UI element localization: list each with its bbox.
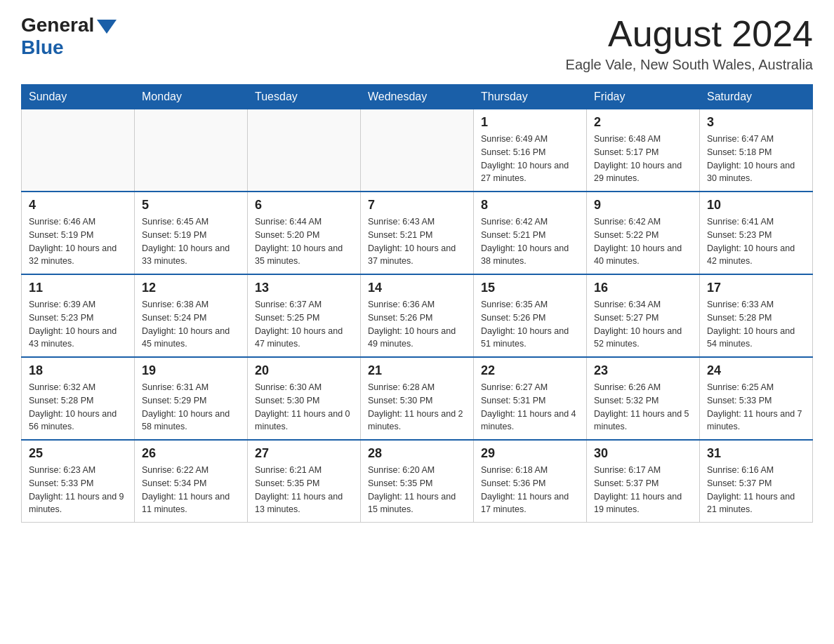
day-number: 17 [707,281,805,295]
day-number: 11 [29,281,127,295]
day-number: 24 [707,363,805,378]
calendar-cell: 5Sunrise: 6:45 AM Sunset: 5:19 PM Daylig… [135,192,248,274]
day-info: Sunrise: 6:30 AM Sunset: 5:30 PM Dayligh… [255,381,353,434]
calendar-cell: 31Sunrise: 6:16 AM Sunset: 5:37 PM Dayli… [700,440,813,523]
day-info: Sunrise: 6:20 AM Sunset: 5:35 PM Dayligh… [368,464,466,516]
calendar-cell: 27Sunrise: 6:21 AM Sunset: 5:35 PM Dayli… [248,440,361,523]
calendar-header: SundayMondayTuesdayWednesdayThursdayFrid… [22,85,813,109]
calendar-cell [22,109,135,192]
day-number: 7 [368,198,466,213]
calendar-cell: 12Sunrise: 6:38 AM Sunset: 5:24 PM Dayli… [135,274,248,357]
calendar-cell: 25Sunrise: 6:23 AM Sunset: 5:33 PM Dayli… [22,440,135,523]
calendar-cell: 14Sunrise: 6:36 AM Sunset: 5:26 PM Dayli… [361,274,474,357]
day-info: Sunrise: 6:38 AM Sunset: 5:24 PM Dayligh… [142,298,240,351]
calendar-cell: 15Sunrise: 6:35 AM Sunset: 5:26 PM Dayli… [474,274,587,357]
day-info: Sunrise: 6:33 AM Sunset: 5:28 PM Dayligh… [707,298,805,351]
day-number: 8 [481,198,579,213]
day-info: Sunrise: 6:27 AM Sunset: 5:31 PM Dayligh… [481,381,579,434]
day-number: 2 [594,115,692,130]
day-number: 16 [594,281,692,295]
day-number: 29 [481,446,579,461]
calendar-cell: 2Sunrise: 6:48 AM Sunset: 5:17 PM Daylig… [587,109,700,192]
weekday-header-tuesday: Tuesday [248,85,361,109]
day-info: Sunrise: 6:32 AM Sunset: 5:28 PM Dayligh… [29,381,127,434]
day-info: Sunrise: 6:28 AM Sunset: 5:30 PM Dayligh… [368,381,466,434]
page-header: General Blue August 2024 Eagle Vale, New… [21,14,813,73]
day-info: Sunrise: 6:46 AM Sunset: 5:19 PM Dayligh… [29,215,127,268]
calendar-cell: 18Sunrise: 6:32 AM Sunset: 5:28 PM Dayli… [22,357,135,440]
day-info: Sunrise: 6:41 AM Sunset: 5:23 PM Dayligh… [707,215,805,268]
day-info: Sunrise: 6:26 AM Sunset: 5:32 PM Dayligh… [594,381,692,434]
day-number: 5 [142,198,240,213]
calendar-week-1: 4Sunrise: 6:46 AM Sunset: 5:19 PM Daylig… [22,192,813,274]
calendar-cell: 30Sunrise: 6:17 AM Sunset: 5:37 PM Dayli… [587,440,700,523]
weekday-header-saturday: Saturday [700,85,813,109]
day-info: Sunrise: 6:42 AM Sunset: 5:22 PM Dayligh… [594,215,692,268]
calendar-cell: 16Sunrise: 6:34 AM Sunset: 5:27 PM Dayli… [587,274,700,357]
day-number: 12 [142,281,240,295]
calendar-cell: 24Sunrise: 6:25 AM Sunset: 5:33 PM Dayli… [700,357,813,440]
day-number: 27 [255,446,353,461]
logo-arrow-icon [97,20,117,34]
title-block: August 2024 Eagle Vale, New South Wales,… [566,14,813,73]
day-number: 10 [707,198,805,213]
day-number: 6 [255,198,353,213]
day-number: 30 [594,446,692,461]
calendar-cell [248,109,361,192]
day-info: Sunrise: 6:18 AM Sunset: 5:36 PM Dayligh… [481,464,579,516]
day-number: 22 [481,363,579,378]
calendar-cell: 7Sunrise: 6:43 AM Sunset: 5:21 PM Daylig… [361,192,474,274]
day-info: Sunrise: 6:49 AM Sunset: 5:16 PM Dayligh… [481,133,579,185]
day-number: 3 [707,115,805,130]
calendar-week-2: 11Sunrise: 6:39 AM Sunset: 5:23 PM Dayli… [22,274,813,357]
day-info: Sunrise: 6:43 AM Sunset: 5:21 PM Dayligh… [368,215,466,268]
month-title: August 2024 [566,14,813,54]
calendar-week-0: 1Sunrise: 6:49 AM Sunset: 5:16 PM Daylig… [22,109,813,192]
day-info: Sunrise: 6:44 AM Sunset: 5:20 PM Dayligh… [255,215,353,268]
day-number: 13 [255,281,353,295]
day-info: Sunrise: 6:45 AM Sunset: 5:19 PM Dayligh… [142,215,240,268]
calendar-cell: 3Sunrise: 6:47 AM Sunset: 5:18 PM Daylig… [700,109,813,192]
weekday-header-friday: Friday [587,85,700,109]
calendar-cell: 26Sunrise: 6:22 AM Sunset: 5:34 PM Dayli… [135,440,248,523]
calendar-cell: 22Sunrise: 6:27 AM Sunset: 5:31 PM Dayli… [474,357,587,440]
day-info: Sunrise: 6:22 AM Sunset: 5:34 PM Dayligh… [142,464,240,516]
calendar-cell: 17Sunrise: 6:33 AM Sunset: 5:28 PM Dayli… [700,274,813,357]
day-info: Sunrise: 6:21 AM Sunset: 5:35 PM Dayligh… [255,464,353,516]
day-number: 19 [142,363,240,378]
day-number: 31 [707,446,805,461]
day-number: 26 [142,446,240,461]
day-info: Sunrise: 6:23 AM Sunset: 5:33 PM Dayligh… [29,464,127,516]
day-number: 4 [29,198,127,213]
day-number: 1 [481,115,579,130]
calendar-cell: 23Sunrise: 6:26 AM Sunset: 5:32 PM Dayli… [587,357,700,440]
logo-blue: Blue [21,36,64,59]
day-number: 25 [29,446,127,461]
day-number: 9 [594,198,692,213]
calendar-week-3: 18Sunrise: 6:32 AM Sunset: 5:28 PM Dayli… [22,357,813,440]
weekday-header-monday: Monday [135,85,248,109]
calendar-cell: 19Sunrise: 6:31 AM Sunset: 5:29 PM Dayli… [135,357,248,440]
day-number: 23 [594,363,692,378]
day-info: Sunrise: 6:17 AM Sunset: 5:37 PM Dayligh… [594,464,692,516]
day-number: 21 [368,363,466,378]
day-info: Sunrise: 6:25 AM Sunset: 5:33 PM Dayligh… [707,381,805,434]
day-info: Sunrise: 6:35 AM Sunset: 5:26 PM Dayligh… [481,298,579,351]
day-number: 28 [368,446,466,461]
day-number: 14 [368,281,466,295]
calendar-cell: 1Sunrise: 6:49 AM Sunset: 5:16 PM Daylig… [474,109,587,192]
calendar-cell: 13Sunrise: 6:37 AM Sunset: 5:25 PM Dayli… [248,274,361,357]
calendar-cell: 6Sunrise: 6:44 AM Sunset: 5:20 PM Daylig… [248,192,361,274]
calendar-cell [135,109,248,192]
day-info: Sunrise: 6:16 AM Sunset: 5:37 PM Dayligh… [707,464,805,516]
calendar-cell: 21Sunrise: 6:28 AM Sunset: 5:30 PM Dayli… [361,357,474,440]
day-info: Sunrise: 6:36 AM Sunset: 5:26 PM Dayligh… [368,298,466,351]
calendar-cell [361,109,474,192]
calendar-cell: 11Sunrise: 6:39 AM Sunset: 5:23 PM Dayli… [22,274,135,357]
weekday-header-thursday: Thursday [474,85,587,109]
day-info: Sunrise: 6:39 AM Sunset: 5:23 PM Dayligh… [29,298,127,351]
weekday-header-sunday: Sunday [22,85,135,109]
day-number: 20 [255,363,353,378]
day-info: Sunrise: 6:37 AM Sunset: 5:25 PM Dayligh… [255,298,353,351]
calendar-body: 1Sunrise: 6:49 AM Sunset: 5:16 PM Daylig… [22,109,813,523]
